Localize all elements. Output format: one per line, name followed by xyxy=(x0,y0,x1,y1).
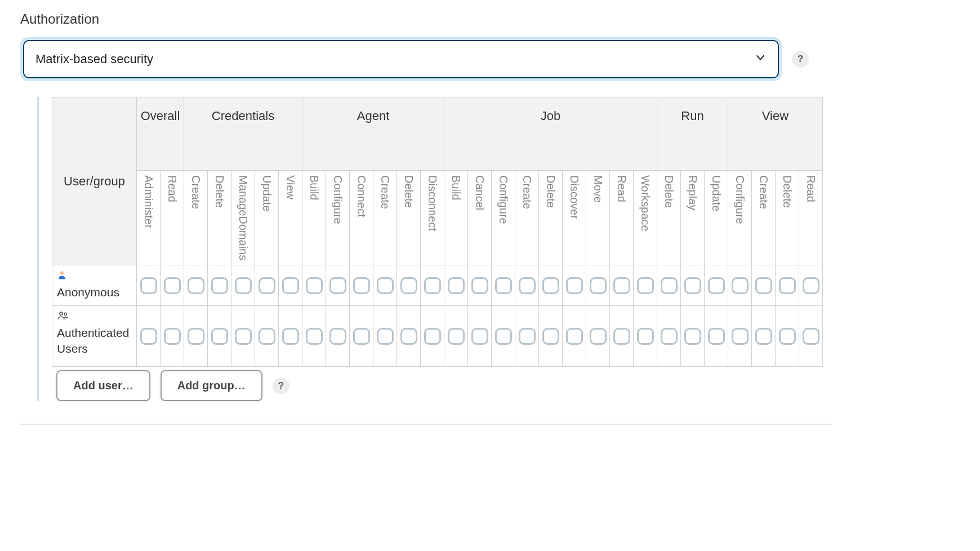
permission-cell xyxy=(468,306,492,367)
permission-checkbox[interactable] xyxy=(542,277,559,294)
permission-checkbox[interactable] xyxy=(377,328,394,345)
permission-checkbox[interactable] xyxy=(590,328,607,345)
permission-checkbox[interactable] xyxy=(306,328,323,345)
help-icon[interactable]: ? xyxy=(792,51,809,68)
permission-checkbox[interactable] xyxy=(424,328,441,345)
permission-cell xyxy=(231,306,255,367)
permission-checkbox[interactable] xyxy=(684,277,701,294)
permission-checkbox[interactable] xyxy=(779,328,796,345)
permission-checkbox[interactable] xyxy=(164,277,181,294)
footer-divider xyxy=(20,424,831,425)
permission-cell xyxy=(776,265,799,306)
permission-checkbox[interactable] xyxy=(637,328,654,345)
permission-header: Read xyxy=(610,171,634,265)
permission-cell xyxy=(705,306,728,367)
permission-checkbox[interactable] xyxy=(613,328,630,345)
permission-header: Create xyxy=(515,171,539,265)
svg-point-0 xyxy=(60,271,64,274)
permission-checkbox[interactable] xyxy=(259,277,275,294)
permission-header: Configure xyxy=(728,171,752,265)
permission-checkbox[interactable] xyxy=(732,328,749,345)
add-group-button[interactable]: Add group… xyxy=(161,370,262,401)
permission-checkbox[interactable] xyxy=(637,277,654,294)
permission-checkbox[interactable] xyxy=(282,328,299,345)
svg-point-2 xyxy=(64,313,66,315)
permission-checkbox[interactable] xyxy=(211,328,228,345)
permission-checkbox[interactable] xyxy=(566,328,583,345)
permission-checkbox[interactable] xyxy=(661,328,678,345)
permission-checkbox[interactable] xyxy=(613,277,630,294)
permission-header: Move xyxy=(586,171,610,265)
permission-header: Disconnect xyxy=(421,171,444,265)
permission-header: Read xyxy=(161,171,184,265)
permission-group-header: View xyxy=(728,97,823,171)
permission-checkbox[interactable] xyxy=(259,328,275,345)
permission-checkbox[interactable] xyxy=(282,277,299,294)
permission-checkbox[interactable] xyxy=(661,277,678,294)
permission-cell xyxy=(586,265,610,306)
permission-checkbox[interactable] xyxy=(732,277,749,294)
permission-checkbox[interactable] xyxy=(803,328,819,345)
permission-cell xyxy=(137,265,161,306)
permission-checkbox[interactable] xyxy=(708,328,725,345)
permission-checkbox[interactable] xyxy=(519,277,536,294)
permission-checkbox[interactable] xyxy=(329,328,346,345)
permission-checkbox[interactable] xyxy=(755,328,772,345)
permission-cell xyxy=(657,306,681,367)
row-principal-label: Authenticated Users xyxy=(57,325,131,356)
permission-header: Create xyxy=(752,171,776,265)
permission-checkbox[interactable] xyxy=(779,277,796,294)
permission-checkbox[interactable] xyxy=(235,328,252,345)
permission-checkbox[interactable] xyxy=(164,328,181,345)
authorization-mode-select[interactable]: Matrix-based security xyxy=(23,40,779,78)
users-icon xyxy=(57,310,131,324)
permission-checkbox[interactable] xyxy=(542,328,559,345)
permission-header: Cancel xyxy=(468,171,492,265)
add-user-button[interactable]: Add user… xyxy=(56,370,150,401)
permission-checkbox[interactable] xyxy=(353,277,370,294)
permission-checkbox[interactable] xyxy=(140,277,157,294)
permission-cell xyxy=(634,265,657,306)
permission-checkbox[interactable] xyxy=(803,277,819,294)
permission-checkbox[interactable] xyxy=(329,277,346,294)
permission-checkbox[interactable] xyxy=(377,277,394,294)
permission-checkbox[interactable] xyxy=(424,277,441,294)
help-icon[interactable]: ? xyxy=(273,377,289,394)
table-row: Authenticated Users xyxy=(52,306,823,367)
permission-header: Update xyxy=(705,171,728,265)
permission-checkbox[interactable] xyxy=(400,328,417,345)
permission-checkbox[interactable] xyxy=(353,328,370,345)
permission-header: Connect xyxy=(350,171,373,265)
permission-header: Build xyxy=(302,171,326,265)
permission-checkbox[interactable] xyxy=(448,277,465,294)
permission-checkbox[interactable] xyxy=(211,277,228,294)
permission-checkbox[interactable] xyxy=(566,277,583,294)
permission-checkbox[interactable] xyxy=(755,277,772,294)
permission-checkbox[interactable] xyxy=(471,277,488,294)
permission-checkbox[interactable] xyxy=(188,328,204,345)
permission-checkbox[interactable] xyxy=(235,277,252,294)
permissions-matrix-scroll[interactable]: User/groupOverallCredentialsAgentJobRunV… xyxy=(52,97,980,367)
permission-group-header: Overall xyxy=(137,97,184,171)
user-group-header: User/group xyxy=(52,97,137,265)
permission-cell xyxy=(728,265,752,306)
permission-checkbox[interactable] xyxy=(306,277,323,294)
permission-header: Build xyxy=(444,171,468,265)
permission-checkbox[interactable] xyxy=(708,277,725,294)
permissions-matrix-table: User/groupOverallCredentialsAgentJobRunV… xyxy=(52,97,823,367)
permission-cell xyxy=(586,306,610,367)
permission-checkbox[interactable] xyxy=(684,328,701,345)
permission-cell xyxy=(137,306,161,367)
permission-checkbox[interactable] xyxy=(519,328,536,345)
permission-cell xyxy=(208,306,231,367)
permission-checkbox[interactable] xyxy=(188,277,204,294)
permission-checkbox[interactable] xyxy=(495,277,512,294)
permission-checkbox[interactable] xyxy=(400,277,417,294)
permission-checkbox[interactable] xyxy=(495,328,512,345)
permission-checkbox[interactable] xyxy=(590,277,607,294)
permission-cell xyxy=(681,265,705,306)
permission-header: Replay xyxy=(681,171,705,265)
permission-checkbox[interactable] xyxy=(140,328,157,345)
permission-checkbox[interactable] xyxy=(471,328,488,345)
permission-checkbox[interactable] xyxy=(448,328,465,345)
